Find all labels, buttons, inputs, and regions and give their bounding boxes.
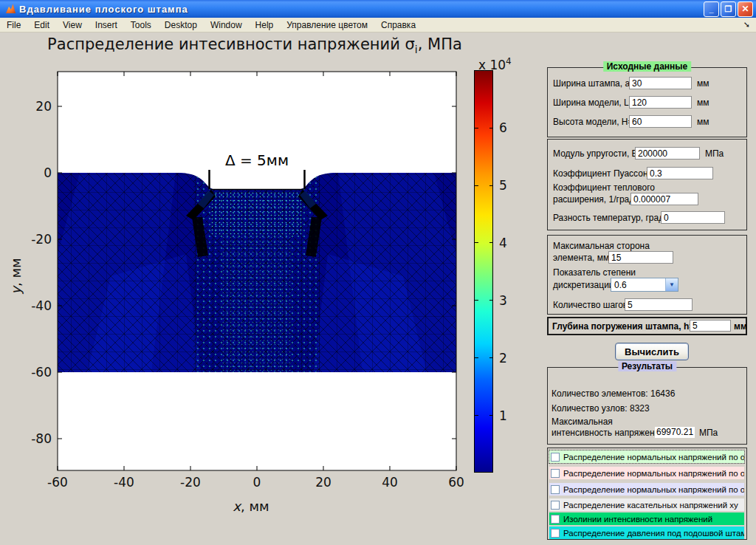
option-label: Распределение нормальных напряжений по о…	[563, 469, 744, 478]
option-shear-stress-xy[interactable]: Распределение касательных напряжений xy	[549, 498, 744, 511]
colorbar-tick-label: 4	[499, 236, 507, 250]
punch-width-annotation: Δ = 5мм	[225, 151, 289, 169]
model-width-input[interactable]	[629, 96, 692, 109]
compute-button[interactable]: Вычислить	[615, 343, 689, 360]
menu-desktop[interactable]: Desktop	[158, 18, 204, 32]
panel-results-header: Результаты	[618, 361, 676, 371]
checkbox[interactable]	[551, 515, 560, 524]
colorbar-tick-label: 6	[499, 120, 507, 135]
y-tick: 0	[44, 165, 52, 180]
option-normal-stress-z[interactable]: Распределение нормальных напряжений по о…	[549, 483, 744, 496]
menu-file[interactable]: File	[0, 18, 27, 32]
menu-bar: File Edit View Insert Tools Desktop Wind…	[0, 18, 756, 32]
model-height-label: Высота модели, H=	[553, 117, 633, 127]
minimize-button[interactable]: _	[704, 1, 719, 17]
checkbox[interactable]	[551, 469, 560, 478]
steps-count-input[interactable]	[625, 298, 693, 311]
elastic-modulus-label: Модуль упругости, E=	[553, 148, 643, 159]
x-tick: 40	[382, 475, 398, 490]
colorbar	[474, 70, 493, 473]
nodes-count-label: Количество узлов: 8323	[551, 403, 650, 414]
checkbox[interactable]	[551, 453, 560, 462]
option-sole-pressure[interactable]: Распределение давления под подошвой штам…	[549, 527, 744, 539]
max-intensity-unit: МПа	[699, 428, 718, 438]
option-normal-stress-x[interactable]: Распределение нормальных напряжений по о…	[549, 450, 744, 463]
elastic-modulus-input[interactable]	[635, 147, 700, 160]
window-title: Вдавливание плоского штампа	[19, 4, 188, 15]
max-intensity-label-1: Максимальная	[551, 417, 613, 427]
max-element-side-label-2: элемента, мм:	[553, 253, 612, 263]
punch-width-input[interactable]	[629, 77, 692, 89]
max-element-side-label-1: Максимальная сторона	[553, 241, 650, 251]
model-height-input[interactable]	[629, 115, 692, 128]
close-button[interactable]: ✕	[738, 1, 753, 17]
discretization-select[interactable]: 0.6 ▼	[611, 278, 678, 292]
x-tick: 20	[315, 475, 331, 490]
option-label: Распределение касательных напряжений xy	[563, 501, 738, 510]
colorbar-tick-label: 3	[499, 293, 507, 308]
model-width-label: Ширина модели, L=	[553, 97, 634, 108]
punch-width-label: Ширина штампа, a=	[553, 78, 635, 89]
poisson-input[interactable]	[647, 167, 713, 179]
menu-view[interactable]: View	[56, 18, 89, 32]
panel-input-data-header: Исходные данные	[603, 61, 692, 72]
thermal-expansion-label-1: Коэффициент теплового	[553, 182, 655, 193]
option-intensity-isolines[interactable]: Изолинии интенсивности напряжений	[549, 513, 744, 525]
punch-depth-unit: мм	[734, 321, 747, 332]
menu-insert[interactable]: Insert	[89, 18, 124, 32]
x-tick: -40	[114, 475, 134, 490]
x-tick: 60	[448, 475, 464, 490]
x-tick: 0	[253, 475, 261, 490]
discretization-label-1: Показатель степени	[553, 267, 636, 278]
panel-input-data: Исходные данные Ширина штампа, a= мм Шир…	[547, 67, 747, 137]
model-height-unit: мм	[697, 117, 709, 127]
thermal-expansion-input[interactable]	[630, 193, 698, 205]
restore-button[interactable]: ❐	[721, 1, 736, 17]
app-window: Вдавливание плоского штампа _ ❐ ✕ File E…	[0, 0, 756, 545]
punch-width-unit: мм	[697, 78, 709, 89]
colorbar-tick-label: 2	[499, 351, 507, 366]
checkbox[interactable]	[551, 501, 560, 510]
option-label: Изолинии интенсивности напряжений	[563, 515, 712, 524]
dock-arrow-icon[interactable]: ➘	[743, 20, 750, 30]
chevron-down-icon[interactable]: ▼	[665, 278, 678, 291]
matlab-icon	[4, 3, 16, 15]
panel-results: Результаты Количество элементов: 16436 К…	[547, 367, 747, 445]
y-tick: 20	[35, 99, 52, 114]
menu-color-control[interactable]: Управление цветом	[280, 18, 374, 32]
menu-spravka[interactable]: Справка	[374, 18, 422, 32]
elastic-modulus-unit: МПа	[705, 148, 724, 159]
menu-tools[interactable]: Tools	[124, 18, 158, 32]
max-element-side-input[interactable]	[608, 251, 673, 264]
panel-punch-depth: Глубина погружения штампа, h= мм	[547, 317, 747, 335]
colorbar-tick-label: 5	[499, 178, 507, 193]
x-tick: -60	[47, 475, 68, 490]
y-tick: -60	[31, 365, 52, 380]
max-intensity-label-2: интенсивность напряжения:	[551, 428, 667, 438]
y-tick: -40	[31, 298, 52, 313]
panel-material: Модуль упругости, E= МПа Коэффициент Пуа…	[547, 139, 747, 230]
checkbox[interactable]	[551, 485, 560, 494]
option-label: Распределение нормальных напряжений по о…	[563, 485, 744, 494]
menu-window[interactable]: Window	[204, 18, 249, 32]
elements-count-label: Количество элементов: 16436	[551, 388, 675, 399]
option-normal-stress-y[interactable]: Распределение нормальных напряжений по о…	[549, 467, 744, 479]
poisson-label: Коэффициент Пуассона:	[553, 168, 656, 179]
y-axis-label: y, мм	[8, 258, 24, 294]
x-tick: -20	[180, 475, 201, 490]
steps-count-label: Количество шагов:	[553, 300, 630, 310]
temp-difference-input[interactable]	[661, 211, 725, 224]
max-intensity-value: 69970.21	[655, 427, 695, 438]
punch-depth-input[interactable]	[690, 320, 731, 332]
thermal-expansion-label-2: расширения, 1/град.:	[553, 194, 639, 205]
punch-depth-label: Глубина погружения штампа, h=	[552, 321, 694, 332]
menu-edit[interactable]: Edit	[27, 18, 56, 32]
model-width-unit: мм	[697, 97, 709, 108]
temp-difference-label: Разность температур, град.:	[553, 213, 669, 223]
option-label: Распределение давления под подошвой штам…	[563, 529, 744, 538]
discretization-label-2: дискретизации:	[553, 280, 616, 290]
x-axis-label: x, мм	[233, 498, 269, 514]
menu-help[interactable]: Help	[249, 18, 281, 32]
checkbox[interactable]	[551, 529, 560, 538]
stress-plot-canvas: Δ = 5мм -60 -40 -20 0 20 40 60 20 0	[0, 32, 543, 545]
